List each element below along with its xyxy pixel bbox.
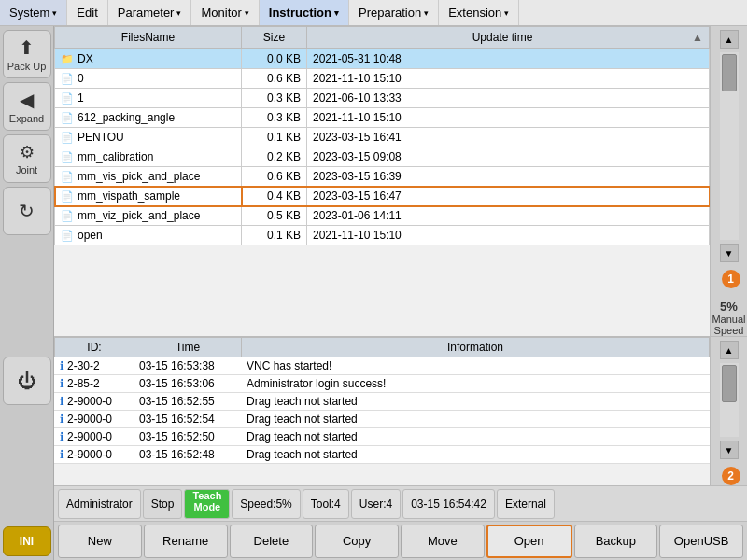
speed-display: Speed: 5% xyxy=(232,489,300,519)
log-scroll-area[interactable]: ℹ2-30-203-15 16:53:38VNC has started!ℹ2-… xyxy=(54,357,710,485)
file-update-cell: 2021-11-10 15:10 xyxy=(307,226,710,245)
log-table-body: ℹ2-30-203-15 16:53:38VNC has started!ℹ2-… xyxy=(54,357,710,464)
file-scroll-down[interactable]: ▼ xyxy=(720,244,739,262)
file-table-row[interactable]: 📄10.3 KB2021-06-10 13:33 xyxy=(55,89,710,108)
open-button[interactable]: Open xyxy=(486,525,572,558)
menu-monitor[interactable]: Monitor ▾ xyxy=(191,0,259,25)
file-name-cell: 📄mm_viz_pick_and_place xyxy=(55,206,242,226)
file-size-cell: 0.1 KB xyxy=(242,128,307,147)
log-scroll-up[interactable]: ▲ xyxy=(720,341,739,359)
sidebar-cycle-button[interactable]: ↻ xyxy=(3,187,51,235)
move-button[interactable]: Move xyxy=(401,525,485,558)
log-time-cell: 03-15 16:53:38 xyxy=(134,357,241,375)
log-table-row: ℹ2-9000-003-15 16:52:55Drag teach not st… xyxy=(54,393,710,411)
delete-button[interactable]: Delete xyxy=(230,525,314,558)
file-name-cell: 📄mm_vispath_sample xyxy=(55,187,242,206)
log-id-cell: ℹ2-85-2 xyxy=(54,375,134,393)
log-time-cell: 03-15 16:53:06 xyxy=(134,375,241,393)
log-id-cell: ℹ2-9000-0 xyxy=(54,393,134,411)
sidebar-power-button[interactable]: ⏻ xyxy=(3,357,51,405)
file-table-row[interactable]: 📄612_packing_angle0.3 KB2021-11-10 15:10 xyxy=(55,108,710,128)
file-update-cell: 2021-11-10 15:10 xyxy=(307,108,710,128)
log-col-info[interactable]: Information xyxy=(242,338,710,357)
external-button[interactable]: External xyxy=(497,489,555,519)
file-size-cell: 0.3 KB xyxy=(242,108,307,128)
log-table-row: ℹ2-30-203-15 16:53:38VNC has started! xyxy=(54,357,710,375)
menu-preparation[interactable]: Preparation ▾ xyxy=(349,0,439,25)
menu-extension[interactable]: Extension ▾ xyxy=(439,0,519,25)
file-scroll-track xyxy=(720,52,739,240)
file-icon: 📄 xyxy=(61,132,74,143)
file-size-cell: 0.1 KB xyxy=(242,226,307,245)
administrator-label: Administrator xyxy=(58,489,141,519)
sidebar-expand-button[interactable]: ◀ Expand xyxy=(3,82,51,131)
main-layout: ⬆ Pack Up ◀ Expand ⚙ Joint ↻ ⏻ INI xyxy=(0,26,747,560)
file-size-cell: 0.6 KB xyxy=(242,167,307,187)
extension-arrow-icon: ▾ xyxy=(504,8,509,18)
stop-button[interactable]: Stop xyxy=(143,489,183,519)
speed-panel: 5% Manual Speed xyxy=(712,300,745,336)
file-name-cell: 📄612_packing_angle xyxy=(55,108,242,128)
file-table-row[interactable]: 📄00.6 KB2021-11-10 15:10 xyxy=(55,69,710,89)
new-button[interactable]: New xyxy=(58,525,142,558)
file-table-row[interactable]: 📄mm_calibration0.2 KB2023-03-15 09:08 xyxy=(55,147,710,167)
log-scroll-thumb[interactable] xyxy=(722,365,737,402)
ini-button[interactable]: INI xyxy=(3,526,51,556)
log-info-cell: VNC has started! xyxy=(241,357,710,375)
col-filename[interactable]: FilesName xyxy=(55,27,242,49)
menu-bar: System ▾ Edit Parameter ▾ Monitor ▾ Inst… xyxy=(0,0,747,26)
file-name-cell: 📄0 xyxy=(55,69,242,89)
copy-button[interactable]: Copy xyxy=(315,525,399,558)
file-name-cell: 📄mm_calibration xyxy=(55,147,242,167)
file-icon: 📄 xyxy=(61,73,74,84)
file-table-row[interactable]: 📄PENTOU0.1 KB2023-03-15 16:41 xyxy=(55,128,710,147)
file-icon: 📄 xyxy=(61,190,74,202)
file-table-row[interactable]: 📄open0.1 KB2021-11-10 15:10 xyxy=(55,226,710,245)
file-name-cell: 📁DX xyxy=(55,49,242,69)
col-size[interactable]: Size xyxy=(242,27,307,49)
file-scroll-up[interactable]: ▲ xyxy=(720,30,739,49)
file-table-header: FilesName Size Update time ▲ xyxy=(54,26,710,49)
col-update[interactable]: Update time ▲ xyxy=(307,27,710,49)
file-update-cell: 2021-06-10 13:33 xyxy=(307,89,710,108)
menu-edit[interactable]: Edit xyxy=(67,0,107,25)
folder-icon: 📁 xyxy=(61,53,74,64)
openusb-button[interactable]: OpenUSB xyxy=(659,525,743,558)
file-table-body: 📁DX0.0 KB2021-05-31 10:48📄00.6 KB2021-11… xyxy=(54,49,710,245)
log-scroll-down[interactable]: ▼ xyxy=(720,441,739,459)
file-name-cell: 📄PENTOU xyxy=(55,128,242,147)
file-section: FilesName Size Update time ▲ xyxy=(54,26,747,336)
sidebar-joint-button[interactable]: ⚙ Joint xyxy=(3,134,51,183)
file-table-row[interactable]: 📄mm_viz_pick_and_place0.5 KB2023-01-06 1… xyxy=(55,206,710,226)
log-col-time[interactable]: Time xyxy=(134,338,242,357)
log-info-cell: Drag teach not started xyxy=(241,428,710,446)
log-info-icon: ℹ xyxy=(60,413,64,426)
file-size-cell: 0.2 KB xyxy=(242,147,307,167)
file-scroll-area[interactable]: 📁DX0.0 KB2021-05-31 10:48📄00.6 KB2021-11… xyxy=(54,49,710,336)
file-table-row[interactable]: 📁DX0.0 KB2021-05-31 10:48 xyxy=(55,49,710,69)
menu-parameter[interactable]: Parameter ▾ xyxy=(108,0,192,25)
menu-system[interactable]: System ▾ xyxy=(0,0,67,25)
log-col-id[interactable]: ID: xyxy=(55,338,134,357)
log-info-icon: ℹ xyxy=(60,448,64,461)
log-id-cell: ℹ2-9000-0 xyxy=(54,428,134,446)
file-size-cell: 0.3 KB xyxy=(242,89,307,108)
log-info-icon: ℹ xyxy=(60,359,64,372)
file-icon: 📄 xyxy=(61,230,74,241)
content-area: FilesName Size Update time ▲ xyxy=(54,26,747,560)
file-table-row[interactable]: 📄mm_vispath_sample0.4 KB2023-03-15 16:47 xyxy=(55,187,710,206)
backup-button[interactable]: Backup xyxy=(574,525,658,558)
file-update-cell: 2021-05-31 10:48 xyxy=(307,49,710,69)
rename-button[interactable]: Rename xyxy=(144,525,228,558)
sidebar-packup-button[interactable]: ⬆ Pack Up xyxy=(3,30,51,78)
parameter-arrow-icon: ▾ xyxy=(176,8,181,18)
file-badge: 1 xyxy=(722,270,740,288)
log-badge: 2 xyxy=(722,467,740,485)
joint-icon: ⚙ xyxy=(20,142,35,162)
file-scroll-thumb[interactable] xyxy=(722,54,737,91)
file-table-row[interactable]: 📄mm_vis_pick_and_place0.6 KB2023-03-15 1… xyxy=(55,167,710,187)
log-info-cell: Drag teach not started xyxy=(241,393,710,411)
expand-icon: ◀ xyxy=(20,89,34,111)
file-icon: 📄 xyxy=(61,151,74,162)
menu-instruction[interactable]: Instruction ▾ xyxy=(260,0,349,25)
